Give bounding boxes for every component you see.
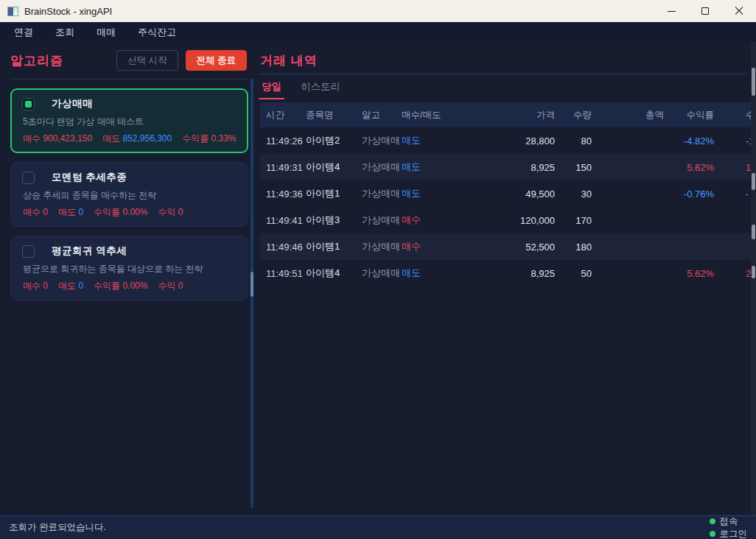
- table-row[interactable]: 11:49:51 아이템4 가상매매 매도 8,925 50 5.62% 2: [260, 260, 756, 286]
- stat-label: 수익률: [94, 207, 120, 217]
- algorithms-scrollbar-thumb[interactable]: [251, 272, 253, 297]
- algorithm-card[interactable]: 가상매매 5초마다 랜덤 가상 매매 테스트 매수 900,423,150매도 …: [10, 88, 248, 153]
- window-scrollbar-segment[interactable]: [752, 68, 755, 96]
- cell-algorithm: 가상매매: [362, 214, 402, 227]
- cell-price: 28,800: [449, 135, 555, 147]
- menu-bar: 연결조회매매주식잔고: [0, 22, 756, 42]
- stat-label: 수익: [158, 281, 175, 291]
- algorithm-stat: 수익률 0.33%: [182, 133, 236, 144]
- maximize-icon: [701, 7, 709, 15]
- tab-히스토리[interactable]: 히스토리: [299, 76, 342, 99]
- algorithm-description: 5초마다 랜덤 가상 매매 테스트: [23, 116, 237, 128]
- cell-side: 매도: [402, 134, 449, 147]
- minimize-icon: [668, 11, 676, 12]
- minimize-button[interactable]: [654, 0, 688, 22]
- table-row[interactable]: 11:49:31 아이템4 가상매매 매도 8,925 150 5.62% 1: [260, 154, 756, 180]
- stat-value: 852,956,300: [122, 133, 172, 144]
- algorithms-header: 알고리즘 선택 시작 전체 종료: [10, 42, 257, 79]
- stat-value: 0.00%: [122, 207, 147, 217]
- algorithm-name: 평균회귀 역추세: [52, 244, 127, 258]
- table-row[interactable]: 11:49:41 아이템3 가상매매 매수 120,000 170: [260, 207, 756, 233]
- window-scrollbar-segment[interactable]: [752, 225, 755, 239]
- cell-item-name: 아이템2: [306, 134, 362, 147]
- trade-table-body: 11:49:26 아이템2 가상매매 매도 28,800 80 -4.82% -…: [260, 127, 756, 286]
- window-scrollbar[interactable]: [751, 42, 756, 515]
- trade-table: 시간종목명알고매수/매도가격수량총액수익률수익 11:49:26 아이템2 가상…: [260, 102, 756, 286]
- algorithm-checkbox[interactable]: [22, 172, 35, 184]
- stat-label: 매수: [23, 133, 41, 144]
- algorithm-stats: 매수 0매도 0수익률 0.00%수익 0: [23, 206, 237, 219]
- stop-all-button[interactable]: 전체 종료: [186, 50, 247, 71]
- menu-item[interactable]: 매매: [85, 23, 127, 42]
- close-icon: [735, 7, 743, 15]
- algorithm-description: 평균으로 회귀하는 종목을 대상으로 하는 전략: [23, 263, 237, 275]
- green-dot-icon: [710, 518, 715, 524]
- cell-item-name: 아이템1: [306, 240, 362, 253]
- algorithm-stats: 매수 900,423,150매도 852,956,300수익률 0.33%수익: [23, 133, 237, 145]
- algorithm-checkbox[interactable]: [22, 98, 35, 110]
- algorithm-stat: 매도 852,956,300: [102, 133, 172, 144]
- cell-quantity: 30: [555, 189, 592, 200]
- status-indicators: 접속로그인: [698, 515, 748, 539]
- table-row[interactable]: 11:49:46 아이템1 가상매매 매수 52,500 180: [260, 233, 756, 260]
- cell-item-name: 아이템3: [306, 214, 362, 227]
- cell-time: 11:49:31: [266, 162, 306, 173]
- column-header: 총액: [592, 109, 664, 121]
- menu-item[interactable]: 조회: [44, 23, 85, 42]
- cell-price: 120,000: [449, 215, 555, 226]
- column-header: 가격: [449, 109, 555, 121]
- cell-side: 매수: [402, 214, 449, 227]
- cell-time: 11:49:36: [266, 189, 306, 200]
- stat-label: 수익: [158, 207, 175, 217]
- maximize-button[interactable]: [688, 0, 722, 22]
- algorithm-card[interactable]: 평균회귀 역추세 평균으로 회귀하는 종목을 대상으로 하는 전략 매수 0매도…: [10, 236, 248, 300]
- checkmark-icon: [25, 175, 32, 181]
- cell-time: 11:49:41: [266, 215, 306, 226]
- stat-value: 0.33%: [211, 133, 237, 144]
- algorithm-stat: 매수 0: [23, 281, 48, 291]
- close-button[interactable]: [722, 0, 756, 22]
- status-bar: 조회가 완료되었습니다. 접속로그인: [0, 515, 756, 539]
- algorithm-card[interactable]: 모멘텀 추세추종 상승 추세의 종목을 매수하는 전략 매수 0매도 0수익률 …: [10, 162, 248, 227]
- cell-algorithm: 가상매매: [362, 161, 402, 174]
- stat-value: 0: [78, 207, 83, 217]
- tab-당일[interactable]: 당일: [260, 76, 283, 99]
- column-header: 매수/매도: [402, 109, 449, 121]
- cell-quantity: 80: [555, 135, 592, 147]
- cell-return-pct: 5.62%: [664, 268, 714, 279]
- menu-item[interactable]: 주식잔고: [127, 23, 187, 42]
- table-row[interactable]: 11:49:26 아이템2 가상매매 매도 28,800 80 -4.82% -…: [260, 127, 756, 154]
- window-title: BrainStock - xingAPI: [24, 6, 112, 17]
- column-header: 수익률: [664, 109, 714, 121]
- cell-return-pct: 5.62%: [664, 162, 714, 173]
- trade-history-title: 거래 내역: [260, 52, 318, 69]
- window-scrollbar-segment[interactable]: [752, 173, 755, 190]
- main-content: 알고리즘 선택 시작 전체 종료 가상매매 5초마다 랜덤 가상 매매 테스트 …: [0, 42, 756, 515]
- column-header: 종목명: [306, 109, 362, 121]
- cell-item-name: 아이템1: [306, 187, 362, 200]
- cell-time: 11:49:51: [266, 268, 306, 279]
- trade-table-header: 시간종목명알고매수/매도가격수량총액수익률수익: [260, 102, 756, 127]
- app-icon: [7, 7, 18, 16]
- stat-value: 0: [178, 281, 183, 291]
- window-scrollbar-segment[interactable]: [752, 266, 755, 278]
- cell-algorithm: 가상매매: [362, 134, 402, 147]
- algorithm-stat: 매수 0: [23, 207, 48, 217]
- algorithm-name: 가상매매: [52, 97, 93, 110]
- cell-time: 11:49:26: [266, 135, 306, 147]
- stat-label: 매수: [23, 207, 41, 217]
- algorithm-stat: 수익 0: [158, 207, 183, 217]
- menu-item[interactable]: 연결: [3, 23, 44, 42]
- select-start-button[interactable]: 선택 시작: [116, 50, 178, 71]
- algorithms-panel: 알고리즘 선택 시작 전체 종료 가상매매 5초마다 랜덤 가상 매매 테스트 …: [0, 42, 257, 515]
- algorithms-scrollbar[interactable]: [251, 79, 253, 508]
- algorithms-title: 알고리즘: [10, 52, 63, 69]
- algorithm-checkbox[interactable]: [22, 245, 35, 258]
- cell-time: 11:49:46: [266, 242, 306, 253]
- window-controls: [654, 0, 756, 22]
- column-header: 수량: [555, 109, 592, 121]
- table-row[interactable]: 11:49:36 아이템1 가상매매 매도 49,500 30 -0.76% -: [260, 180, 756, 207]
- stat-label: 매수: [23, 281, 41, 291]
- algorithm-stat: 매수 900,423,150: [23, 133, 92, 144]
- indicator-label: 로그인: [720, 528, 748, 539]
